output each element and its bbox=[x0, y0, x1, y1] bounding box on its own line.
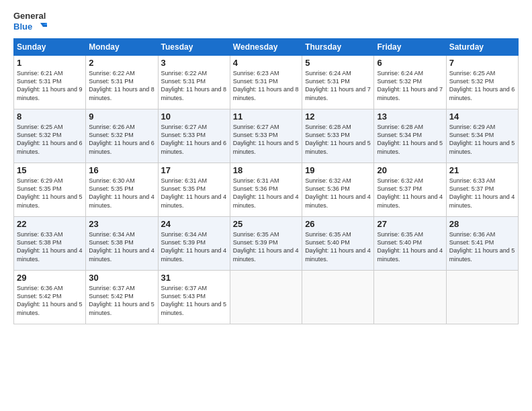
calendar-cell: 2Sunrise: 6:22 AMSunset: 5:31 PMDaylight… bbox=[86, 56, 158, 109]
day-number: 19 bbox=[305, 165, 371, 175]
calendar-header-row: SundayMondayTuesdayWednesdayThursdayFrid… bbox=[14, 39, 519, 56]
logo-bird-icon bbox=[34, 21, 47, 31]
cell-text: Sunrise: 6:25 AMSunset: 5:32 PMDaylight:… bbox=[17, 123, 83, 156]
calendar-cell: 24Sunrise: 6:34 AMSunset: 5:39 PMDayligh… bbox=[158, 217, 230, 271]
cell-text: Sunrise: 6:36 AMSunset: 5:42 PMDaylight:… bbox=[17, 284, 83, 317]
day-header: Wednesday bbox=[230, 39, 302, 56]
calendar-cell: 19Sunrise: 6:32 AMSunset: 5:36 PMDayligh… bbox=[302, 163, 374, 217]
cell-text: Sunrise: 6:37 AMSunset: 5:42 PMDaylight:… bbox=[89, 284, 154, 317]
day-number: 4 bbox=[233, 58, 299, 68]
cell-text: Sunrise: 6:26 AMSunset: 5:32 PMDaylight:… bbox=[89, 123, 154, 156]
day-number: 20 bbox=[377, 165, 443, 175]
day-number: 28 bbox=[449, 219, 515, 229]
day-number: 27 bbox=[377, 219, 443, 229]
cell-text: Sunrise: 6:35 AMSunset: 5:40 PMDaylight:… bbox=[377, 230, 443, 263]
day-number: 15 bbox=[17, 165, 83, 175]
calendar-cell: 16Sunrise: 6:30 AMSunset: 5:35 PMDayligh… bbox=[86, 163, 158, 217]
cell-text: Sunrise: 6:31 AMSunset: 5:36 PMDaylight:… bbox=[233, 177, 299, 210]
day-number: 16 bbox=[89, 165, 154, 175]
day-number: 24 bbox=[161, 219, 227, 229]
cell-text: Sunrise: 6:29 AMSunset: 5:34 PMDaylight:… bbox=[449, 123, 515, 156]
cell-text: Sunrise: 6:28 AMSunset: 5:34 PMDaylight:… bbox=[377, 123, 443, 156]
calendar-cell bbox=[446, 271, 518, 324]
calendar-cell: 4Sunrise: 6:23 AMSunset: 5:31 PMDaylight… bbox=[230, 56, 302, 109]
cell-text: Sunrise: 6:30 AMSunset: 5:35 PMDaylight:… bbox=[89, 177, 154, 210]
calendar-cell: 26Sunrise: 6:35 AMSunset: 5:40 PMDayligh… bbox=[302, 217, 374, 271]
day-number: 1 bbox=[17, 58, 83, 68]
cell-text: Sunrise: 6:21 AMSunset: 5:31 PMDaylight:… bbox=[17, 69, 83, 102]
cell-text: Sunrise: 6:27 AMSunset: 5:33 PMDaylight:… bbox=[161, 123, 227, 156]
calendar-cell: 13Sunrise: 6:28 AMSunset: 5:34 PMDayligh… bbox=[374, 109, 446, 163]
day-number: 11 bbox=[233, 111, 299, 122]
calendar-cell: 20Sunrise: 6:32 AMSunset: 5:37 PMDayligh… bbox=[374, 163, 446, 217]
cell-text: Sunrise: 6:25 AMSunset: 5:32 PMDaylight:… bbox=[449, 69, 515, 102]
calendar-cell bbox=[230, 271, 302, 324]
calendar-cell: 9Sunrise: 6:26 AMSunset: 5:32 PMDaylight… bbox=[86, 109, 158, 163]
calendar-cell: 31Sunrise: 6:37 AMSunset: 5:43 PMDayligh… bbox=[158, 271, 230, 324]
calendar-cell: 30Sunrise: 6:37 AMSunset: 5:42 PMDayligh… bbox=[86, 271, 158, 324]
day-number: 2 bbox=[89, 58, 154, 68]
calendar-cell: 23Sunrise: 6:34 AMSunset: 5:38 PMDayligh… bbox=[86, 217, 158, 271]
header: General Blue bbox=[13, 11, 519, 32]
calendar-cell: 11Sunrise: 6:27 AMSunset: 5:33 PMDayligh… bbox=[230, 109, 302, 163]
calendar-cell: 10Sunrise: 6:27 AMSunset: 5:33 PMDayligh… bbox=[158, 109, 230, 163]
calendar-cell: 12Sunrise: 6:28 AMSunset: 5:33 PMDayligh… bbox=[302, 109, 374, 163]
day-number: 26 bbox=[305, 219, 371, 229]
calendar-cell: 5Sunrise: 6:24 AMSunset: 5:31 PMDaylight… bbox=[302, 56, 374, 109]
cell-text: Sunrise: 6:31 AMSunset: 5:35 PMDaylight:… bbox=[161, 177, 227, 210]
cell-text: Sunrise: 6:36 AMSunset: 5:41 PMDaylight:… bbox=[449, 230, 515, 263]
cell-text: Sunrise: 6:22 AMSunset: 5:31 PMDaylight:… bbox=[89, 69, 154, 102]
calendar-cell: 25Sunrise: 6:35 AMSunset: 5:39 PMDayligh… bbox=[230, 217, 302, 271]
logo: General Blue bbox=[13, 11, 47, 32]
logo-general: General bbox=[13, 11, 47, 21]
calendar-cell: 17Sunrise: 6:31 AMSunset: 5:35 PMDayligh… bbox=[158, 163, 230, 217]
cell-text: Sunrise: 6:35 AMSunset: 5:40 PMDaylight:… bbox=[305, 230, 371, 263]
cell-text: Sunrise: 6:23 AMSunset: 5:31 PMDaylight:… bbox=[233, 69, 299, 102]
calendar-cell: 7Sunrise: 6:25 AMSunset: 5:32 PMDaylight… bbox=[446, 56, 518, 109]
calendar-cell: 6Sunrise: 6:24 AMSunset: 5:32 PMDaylight… bbox=[374, 56, 446, 109]
cell-text: Sunrise: 6:32 AMSunset: 5:36 PMDaylight:… bbox=[305, 177, 371, 210]
calendar-table: SundayMondayTuesdayWednesdayThursdayFrid… bbox=[13, 38, 519, 324]
day-number: 25 bbox=[233, 219, 299, 229]
calendar-cell: 21Sunrise: 6:33 AMSunset: 5:37 PMDayligh… bbox=[446, 163, 518, 217]
day-number: 7 bbox=[449, 58, 515, 68]
day-header: Thursday bbox=[302, 39, 374, 56]
day-number: 14 bbox=[449, 111, 515, 122]
calendar-cell: 14Sunrise: 6:29 AMSunset: 5:34 PMDayligh… bbox=[446, 109, 518, 163]
cell-text: Sunrise: 6:24 AMSunset: 5:31 PMDaylight:… bbox=[305, 69, 371, 102]
cell-text: Sunrise: 6:27 AMSunset: 5:33 PMDaylight:… bbox=[233, 123, 299, 156]
logo-blue: Blue bbox=[13, 21, 47, 32]
calendar-cell: 22Sunrise: 6:33 AMSunset: 5:38 PMDayligh… bbox=[14, 217, 86, 271]
logo-container: General Blue bbox=[13, 11, 47, 32]
cell-text: Sunrise: 6:37 AMSunset: 5:43 PMDaylight:… bbox=[161, 284, 227, 317]
day-header: Sunday bbox=[14, 39, 86, 56]
cell-text: Sunrise: 6:32 AMSunset: 5:37 PMDaylight:… bbox=[377, 177, 443, 210]
day-header: Tuesday bbox=[158, 39, 230, 56]
calendar-week-row: 15Sunrise: 6:29 AMSunset: 5:35 PMDayligh… bbox=[14, 163, 519, 217]
day-number: 30 bbox=[89, 273, 154, 283]
cell-text: Sunrise: 6:28 AMSunset: 5:33 PMDaylight:… bbox=[305, 123, 371, 156]
day-number: 10 bbox=[161, 111, 227, 122]
calendar-cell: 27Sunrise: 6:35 AMSunset: 5:40 PMDayligh… bbox=[374, 217, 446, 271]
day-number: 6 bbox=[377, 58, 443, 68]
calendar-week-row: 1Sunrise: 6:21 AMSunset: 5:31 PMDaylight… bbox=[14, 56, 519, 109]
day-header: Friday bbox=[374, 39, 446, 56]
cell-text: Sunrise: 6:29 AMSunset: 5:35 PMDaylight:… bbox=[17, 177, 83, 210]
day-number: 9 bbox=[89, 111, 154, 122]
day-header: Saturday bbox=[446, 39, 518, 56]
calendar-cell: 29Sunrise: 6:36 AMSunset: 5:42 PMDayligh… bbox=[14, 271, 86, 324]
cell-text: Sunrise: 6:33 AMSunset: 5:38 PMDaylight:… bbox=[17, 230, 83, 263]
cell-text: Sunrise: 6:24 AMSunset: 5:32 PMDaylight:… bbox=[377, 69, 443, 102]
calendar-cell: 8Sunrise: 6:25 AMSunset: 5:32 PMDaylight… bbox=[14, 109, 86, 163]
day-number: 5 bbox=[305, 58, 371, 68]
cell-text: Sunrise: 6:33 AMSunset: 5:37 PMDaylight:… bbox=[449, 177, 515, 210]
cell-text: Sunrise: 6:35 AMSunset: 5:39 PMDaylight:… bbox=[233, 230, 299, 263]
day-header: Monday bbox=[86, 39, 158, 56]
calendar-cell bbox=[374, 271, 446, 324]
day-number: 13 bbox=[377, 111, 443, 122]
page: General Blue SundayMondayTuesdayWednesda… bbox=[0, 0, 532, 411]
calendar-week-row: 8Sunrise: 6:25 AMSunset: 5:32 PMDaylight… bbox=[14, 109, 519, 163]
cell-text: Sunrise: 6:34 AMSunset: 5:39 PMDaylight:… bbox=[161, 230, 227, 263]
day-number: 17 bbox=[161, 165, 227, 175]
day-number: 29 bbox=[17, 273, 83, 283]
